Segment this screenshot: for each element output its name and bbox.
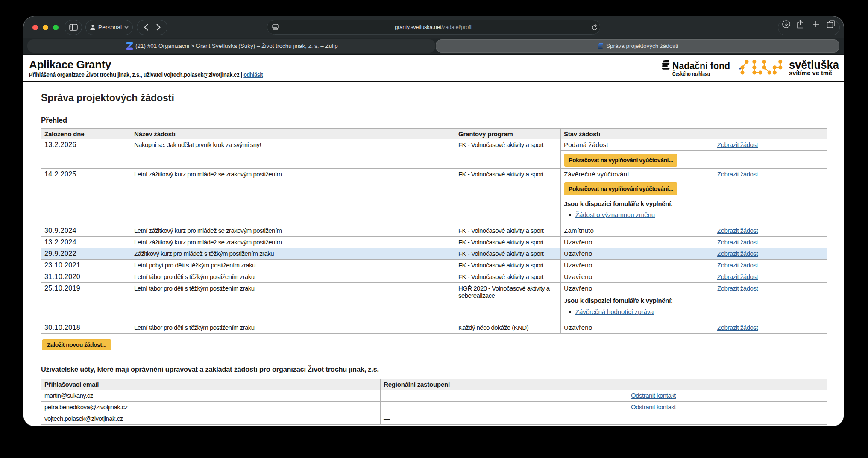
svg-text:Nadační fond: Nadační fond bbox=[672, 60, 730, 71]
svg-text:Českého rozhlasu: Českého rozhlasu bbox=[672, 70, 710, 77]
svg-text:svítíme ve tmě: svítíme ve tmě bbox=[789, 69, 832, 76]
